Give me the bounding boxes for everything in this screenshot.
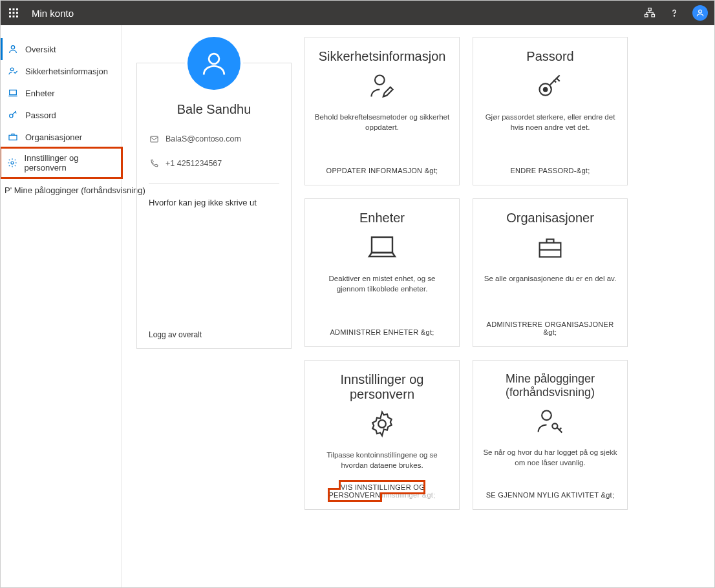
key-icon xyxy=(536,70,564,101)
svg-rect-2 xyxy=(16,8,18,10)
card-grid: Sikkerhetsinformasjon Behold bekreftelse… xyxy=(304,37,628,510)
svg-point-15 xyxy=(10,68,14,71)
person-check-icon xyxy=(7,65,19,77)
svg-point-24 xyxy=(544,88,548,92)
svg-rect-1 xyxy=(13,8,15,10)
svg-point-29 xyxy=(552,423,557,428)
laptop-icon xyxy=(7,87,19,99)
svg-rect-18 xyxy=(9,135,17,140)
devices-card: Enheter Deaktiver en mistet enhet, og se… xyxy=(304,198,460,347)
security-info-card: Sikkerhetsinformasjon Behold bekreftelse… xyxy=(304,37,460,185)
svg-rect-16 xyxy=(10,90,17,94)
profile-email: BalaS@contoso.com xyxy=(165,134,241,143)
review-activity-link[interactable]: SE GJENNOM NYLIG AKTIVITET &gt; xyxy=(486,491,615,499)
svg-point-20 xyxy=(209,54,219,64)
settings-privacy-card: Innstillinger og personvern Tilpasse kon… xyxy=(304,360,460,510)
sidebar-item-label: Oversikt xyxy=(25,45,56,54)
key-icon xyxy=(7,109,19,121)
person-key-icon xyxy=(536,406,564,437)
person-icon xyxy=(7,43,19,55)
top-bar: Min konto xyxy=(1,1,714,25)
card-title: Organisasjoner xyxy=(506,211,594,226)
sidebar-item-settings-privacy[interactable]: Innstillinger og personvern xyxy=(1,148,122,178)
svg-rect-4 xyxy=(13,12,15,14)
card-desc: Tilpasse kontoinnstillingene og se hvord… xyxy=(314,450,450,470)
sidebar-item-overview[interactable]: Oversikt xyxy=(1,38,122,60)
organizations-card: Organisasjoner Se alle organisasjonene d… xyxy=(473,198,628,347)
help-icon[interactable] xyxy=(665,4,683,22)
phone-icon xyxy=(149,158,159,169)
profile-phone-row: +1 4251234567 xyxy=(149,158,279,169)
card-desc: Behold bekreftelsesmetoder og sikkerhet … xyxy=(314,112,450,132)
card-desc: Se alle organisasjonene du er en del av. xyxy=(484,273,616,284)
svg-rect-21 xyxy=(150,136,157,142)
signins-card: Mine pålogginger (forhåndsvisning) Se nå… xyxy=(473,360,628,510)
app-launcher-icon[interactable] xyxy=(7,6,20,19)
svg-rect-11 xyxy=(652,14,655,17)
mail-icon xyxy=(149,134,159,144)
card-title: Mine pålogginger (forhåndsvisning) xyxy=(482,372,618,399)
card-desc: Se når og hvor du har logget på og sjekk… xyxy=(482,447,618,468)
sidebar-item-password[interactable]: Passord xyxy=(1,104,122,126)
card-desc: Gjør passordet sterkere, eller endre det… xyxy=(482,112,618,132)
app-title: Min konto xyxy=(32,8,74,19)
sidebar-item-organizations[interactable]: Organisasjoner xyxy=(1,126,122,148)
sidebar: Oversikt Sikkerhetsinformasjon Enheter P… xyxy=(1,25,122,587)
profile-phone: +1 4251234567 xyxy=(165,159,222,168)
sidebar-extra-prefix: P' xyxy=(5,185,12,195)
card-desc: Deaktiver en mistet enhet, og se gjennom… xyxy=(314,273,450,294)
svg-rect-8 xyxy=(16,16,18,17)
svg-point-27 xyxy=(378,420,386,428)
svg-point-28 xyxy=(542,411,551,421)
profile-avatar xyxy=(187,37,240,90)
svg-rect-0 xyxy=(9,8,11,10)
password-card: Passord Gjør passordet sterkere, eller e… xyxy=(473,37,628,185)
profile-card: Bale Sandhu BalaS@contoso.com +1 4251234… xyxy=(136,63,292,349)
sidebar-item-label: Innstillinger og personvern xyxy=(25,153,115,173)
action-suffix: innstillinger &gt; xyxy=(381,491,435,499)
why-cant-print-link[interactable]: Hvorfor kan jeg ikke skrive ut xyxy=(149,198,279,207)
change-password-link[interactable]: ENDRE PASSORD-&gt; xyxy=(510,167,590,174)
sidebar-item-label: Sikkerhetsinformasjon xyxy=(25,67,108,76)
svg-point-17 xyxy=(10,114,13,118)
briefcase-icon xyxy=(7,131,19,143)
sidebar-item-label: Enheter xyxy=(25,89,55,98)
person-edit-icon xyxy=(368,70,396,101)
profile-email-row: BalaS@contoso.com xyxy=(149,134,279,144)
user-avatar[interactable] xyxy=(692,5,708,21)
card-title: Passord xyxy=(526,49,573,64)
svg-point-13 xyxy=(699,10,702,13)
svg-rect-25 xyxy=(372,237,392,253)
sidebar-item-devices[interactable]: Enheter xyxy=(1,82,122,104)
gear-icon xyxy=(368,408,396,439)
manage-devices-link[interactable]: ADMINISTRER ENHETER &gt; xyxy=(330,328,434,336)
org-chart-icon[interactable] xyxy=(641,4,659,22)
svg-rect-9 xyxy=(648,8,652,11)
sidebar-item-signins-preview[interactable]: P' Mine pålogginger (forhåndsvisning) xyxy=(1,178,122,195)
sidebar-item-label: Organisasjoner xyxy=(25,132,82,142)
update-info-link[interactable]: OPPDATER INFORMASJON &gt; xyxy=(326,167,438,174)
card-title: Enheter xyxy=(359,211,405,226)
svg-point-22 xyxy=(375,76,385,85)
svg-rect-6 xyxy=(9,16,11,17)
svg-point-19 xyxy=(11,162,14,164)
gear-icon xyxy=(7,157,18,169)
svg-point-12 xyxy=(674,16,674,16)
sidebar-item-label: Passord xyxy=(25,110,56,120)
logout-everywhere-link[interactable]: Logg av overalt xyxy=(149,330,279,339)
card-title: Innstillinger og personvern xyxy=(314,372,450,402)
sidebar-item-security[interactable]: Sikkerhetsinformasjon xyxy=(1,60,122,82)
view-settings-privacy-link[interactable]: VIS INNSTILLINGER OG PERSONVERNinnstilli… xyxy=(314,483,450,499)
svg-rect-10 xyxy=(645,14,648,17)
svg-rect-5 xyxy=(16,12,18,14)
manage-orgs-link[interactable]: ADMINISTRERE ORGANISASJONER &gt; xyxy=(482,320,618,336)
laptop-icon xyxy=(367,232,398,263)
profile-name: Bale Sandhu xyxy=(149,102,279,117)
svg-rect-7 xyxy=(13,16,15,17)
svg-rect-3 xyxy=(9,12,11,14)
card-title: Sikkerhetsinformasjon xyxy=(319,49,446,64)
briefcase-icon xyxy=(536,232,564,263)
main-content: Bale Sandhu BalaS@contoso.com +1 4251234… xyxy=(122,25,714,587)
svg-point-14 xyxy=(11,46,14,49)
